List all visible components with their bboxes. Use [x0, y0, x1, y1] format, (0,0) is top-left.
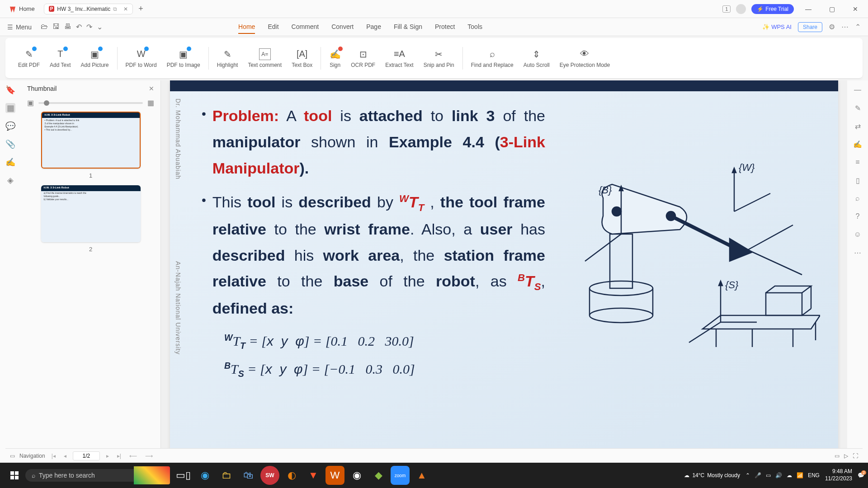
thumbnail-page-1[interactable]: H.W. 3 3-Link Robot • Problem: A tool is… [27, 112, 154, 179]
collapse-rail-icon[interactable]: — [853, 85, 863, 95]
menu-tab-home[interactable]: Home [238, 20, 255, 34]
user-avatar-icon[interactable] [736, 4, 746, 14]
convert-tool-icon[interactable]: ⇄ [853, 121, 863, 131]
solidworks-icon[interactable]: SW [260, 466, 279, 485]
microphone-icon[interactable]: 🎤 [755, 472, 761, 479]
undo-icon[interactable]: ↶ [76, 23, 82, 31]
signature-panel-icon[interactable]: ✍ [5, 157, 15, 167]
thumb-grid-icon[interactable]: ▦ [147, 99, 154, 107]
ribbon-text-box[interactable]: [A]Text Box [288, 48, 316, 68]
ribbon-add-picture[interactable]: ▣Add Picture [77, 48, 113, 68]
weather-widget[interactable]: ☁ 14°C Mostly cloudy [684, 472, 740, 479]
help-icon[interactable]: ? [853, 211, 863, 221]
comment-panel-icon[interactable]: 💬 [5, 121, 15, 131]
next-page-button[interactable]: ▸ [104, 453, 111, 459]
ribbon-pdf-to-word[interactable]: WPDF to Word [122, 48, 160, 68]
matlab-icon[interactable]: ▲ [412, 466, 431, 485]
wps-taskbar-icon[interactable]: W [326, 466, 344, 485]
tray-chevron-icon[interactable]: ⌃ [745, 472, 750, 479]
close-window-button[interactable]: ✕ [846, 2, 864, 16]
menu-tab-page[interactable]: Page [366, 20, 381, 34]
print-icon[interactable]: 🖶 [64, 23, 71, 31]
ribbon-pdf-to-image[interactable]: ▣PDF to Image [163, 48, 204, 68]
new-tab-button[interactable]: + [138, 4, 143, 14]
prev-page-button[interactable]: ◂ [62, 453, 68, 459]
layers-icon[interactable]: ◈ [5, 175, 15, 185]
zoom-icon[interactable]: zoom [391, 466, 410, 485]
menu-tab-comment[interactable]: Comment [292, 20, 319, 34]
document-viewer[interactable]: Dr. Mohammad Abuabiah An-Najah National … [161, 80, 847, 463]
taskbar-search[interactable]: ⌕ Type here to search [25, 469, 134, 482]
language-indicator[interactable]: ENG [808, 472, 820, 479]
collapse-ribbon-icon[interactable]: ⌃ [855, 23, 861, 31]
bookmark-icon[interactable]: 🔖 [5, 85, 15, 95]
accessibility-icon[interactable]: ☺ [853, 230, 863, 239]
notification-center-icon[interactable]: 💬2 [858, 472, 864, 479]
brave-icon[interactable]: ▼ [304, 466, 323, 485]
search-highlight-image[interactable] [134, 466, 170, 484]
edit-tool-icon[interactable]: ✎ [853, 103, 863, 113]
thumbnail-page-2[interactable]: H.W. 3 3-Link Robot a) Find the inverse … [27, 185, 154, 253]
nav-forward-button[interactable]: ⟶ [143, 453, 155, 459]
nav-toggle-icon[interactable]: ▭ [10, 453, 15, 459]
nav-back-button[interactable]: ⟵ [127, 453, 139, 459]
ribbon-snip-pin[interactable]: ✂Snip and Pin [420, 48, 458, 68]
menu-tab-protect[interactable]: Protect [435, 20, 455, 34]
ribbon-highlight[interactable]: ✎Highlight [213, 48, 242, 68]
ribbon-extract-text[interactable]: ≡AExtract Text [382, 48, 417, 68]
copilot-icon[interactable]: ◉ [347, 466, 366, 485]
menu-button[interactable]: ☰ Menu [7, 23, 32, 31]
tab-count-badge[interactable]: 1 [722, 5, 731, 13]
free-trial-button[interactable]: ⚡ Free Trial [751, 4, 794, 14]
thumbnail-size-slider[interactable] [38, 102, 143, 104]
ribbon-find-replace[interactable]: ⌕Find and Replace [467, 48, 517, 68]
annotate-tool-icon[interactable]: ✍ [853, 139, 863, 149]
volume-icon[interactable]: 🔊 [775, 472, 782, 479]
menu-tab-edit[interactable]: Edit [268, 20, 278, 34]
reading-mode-icon[interactable]: ▭ [835, 453, 840, 459]
thumbnail-icon[interactable]: ▦ [5, 103, 15, 113]
slideshow-icon[interactable]: ▷ [844, 453, 848, 459]
onedrive-icon[interactable]: ☁ [787, 472, 792, 479]
file-tab[interactable]: P HW 3_ Inv...Kinematic ⧉ ✕ [44, 4, 133, 14]
share-button[interactable]: Share [798, 22, 822, 32]
app-icon[interactable]: ◆ [369, 466, 388, 485]
redo-icon[interactable]: ↷ [86, 23, 92, 31]
search-tool-icon[interactable]: ⌕ [853, 193, 863, 203]
thumb-view-icon[interactable]: ▣ [27, 99, 34, 107]
ribbon-add-text[interactable]: TAdd Text [46, 48, 74, 68]
page-number-input[interactable] [73, 451, 100, 460]
blender-icon[interactable]: ◐ [282, 466, 301, 485]
first-page-button[interactable]: |◂ [50, 453, 57, 459]
outline-tool-icon[interactable]: ≡ [853, 157, 863, 167]
more-tools-icon[interactable]: ⋯ [853, 248, 863, 258]
app-home-tab[interactable]: Home [4, 3, 40, 15]
explorer-icon[interactable]: 🗀 [217, 466, 236, 485]
menu-tab-tools[interactable]: Tools [467, 20, 482, 34]
close-panel-icon[interactable]: ✕ [149, 85, 154, 92]
more-icon[interactable]: ⋯ [841, 23, 849, 31]
minimize-button[interactable]: — [799, 2, 817, 16]
wps-ai-button[interactable]: ✨ WPS AI [762, 23, 792, 30]
ribbon-ocr-pdf[interactable]: ⊡OCR PDF [347, 48, 379, 68]
attachment-icon[interactable]: 📎 [5, 139, 15, 149]
ribbon-eye-protection[interactable]: 👁Eye Protection Mode [556, 48, 613, 68]
menu-tab-fillsign[interactable]: Fill & Sign [394, 20, 422, 34]
close-tab-icon[interactable]: ✕ [123, 6, 128, 12]
taskbar-clock[interactable]: 9:48 AM 11/22/2023 [825, 468, 852, 482]
ribbon-sign[interactable]: ✍Sign [326, 48, 344, 68]
start-button[interactable] [4, 466, 25, 484]
ribbon-text-comment[interactable]: A=Text comment [244, 48, 285, 68]
task-view-icon[interactable]: ▭▯ [174, 466, 193, 485]
ribbon-auto-scroll[interactable]: ⇕Auto Scroll [520, 48, 553, 68]
open-folder-icon[interactable]: 🗁 [41, 23, 48, 31]
settings-gear-icon[interactable]: ⚙ [829, 23, 835, 31]
page-tool-icon[interactable]: ▯ [853, 175, 863, 185]
menu-tab-convert[interactable]: Convert [331, 20, 354, 34]
quick-access-dropdown-icon[interactable]: ⌄ [97, 23, 103, 31]
ribbon-edit-pdf[interactable]: ✎Edit PDF [14, 48, 43, 68]
edge-icon[interactable]: ◉ [195, 466, 214, 485]
popout-icon[interactable]: ⧉ [113, 6, 117, 12]
fullscreen-icon[interactable]: ⛶ [853, 453, 858, 459]
store-icon[interactable]: 🛍 [239, 466, 258, 485]
